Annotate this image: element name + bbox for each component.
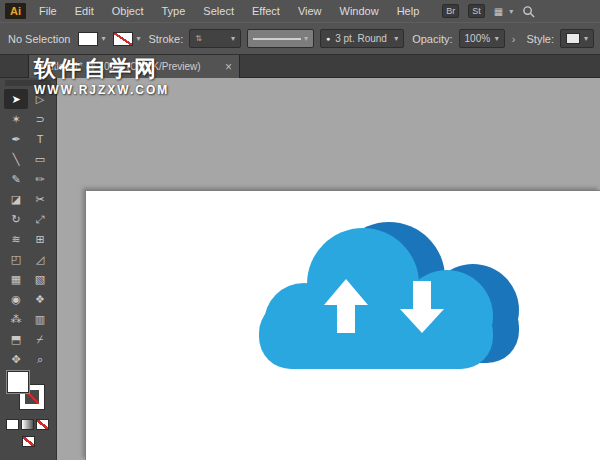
opacity-more-button[interactable]: › [509, 33, 519, 45]
menu-item-file[interactable]: File [30, 2, 66, 20]
color-button[interactable] [6, 419, 19, 430]
cloud-front-shape [259, 228, 493, 369]
menu-item-help[interactable]: Help [388, 2, 429, 20]
menu-item-type[interactable]: Type [153, 2, 195, 20]
chevron-down-icon: ▾ [394, 34, 398, 43]
chevron-down-icon: ▾ [136, 34, 140, 43]
magic-wand-tool[interactable]: ✶ [4, 109, 28, 129]
line-segment-tool[interactable]: ╲ [4, 149, 28, 169]
brush-definition-dropdown[interactable]: ● 3 pt. Round ▾ [320, 29, 404, 48]
gradient-button[interactable] [21, 419, 34, 430]
rectangle-tool[interactable]: ▭ [28, 149, 52, 169]
fill-color-control[interactable]: ▾ [78, 32, 105, 46]
control-bar: No Selection ▾ ▾ Stroke: ⇅ ▾ ▾ ● 3 pt. R… [0, 22, 600, 55]
opacity-dropdown[interactable]: 100% ▾ [459, 29, 505, 48]
stock-button[interactable]: St [468, 4, 485, 18]
width-tool[interactable]: ≋ [4, 229, 28, 249]
slice-tool[interactable]: ⌿ [28, 329, 52, 349]
brush-definition-value: 3 pt. Round [335, 33, 387, 44]
stroke-none-swatch[interactable] [113, 32, 133, 46]
eyedropper-tool[interactable]: ◉ [4, 289, 28, 309]
menu-item-object[interactable]: Object [103, 2, 153, 20]
stepper-arrows-icon[interactable]: ⇅ [195, 34, 202, 43]
artboard[interactable] [85, 190, 600, 460]
brush-preview-icon: ● [326, 35, 330, 42]
chevron-down-icon: ▾ [231, 34, 235, 43]
stroke-weight-field[interactable]: ⇅ ▾ [189, 29, 241, 48]
workspace-switcher[interactable]: ▦ ▾ [494, 6, 513, 17]
stroke-label: Stroke: [148, 33, 183, 45]
menu-item-view[interactable]: View [289, 2, 331, 20]
scissors-tool[interactable]: ✂ [28, 189, 52, 209]
rotate-tool[interactable]: ↻ [4, 209, 28, 229]
tool-grid: ➤▷✶⊃✒T╲▭✎✏◪✂↻⤢≋⊞◰◿▦▧◉❖⁂▥⬒⌿✥⌕ [0, 86, 56, 369]
document-tab-strip: Untitled-1* @ 100% (CMYK/Preview) × [0, 55, 600, 78]
fill-color-swatch[interactable] [6, 370, 30, 394]
style-label: Style: [526, 33, 554, 45]
chevron-down-icon: ▾ [584, 34, 588, 43]
none-button[interactable] [36, 419, 49, 430]
paintbrush-tool[interactable]: ✎ [4, 169, 28, 189]
menu-item-effect[interactable]: Effect [243, 2, 289, 20]
direct-selection-tool[interactable]: ▷ [28, 89, 52, 109]
document-tab[interactable]: Untitled-1* @ 100% (CMYK/Preview) × [28, 55, 240, 78]
menu-bar: Ai FileEditObjectTypeSelectEffectViewWin… [0, 0, 600, 22]
pen-tool[interactable]: ✒ [4, 129, 28, 149]
eraser-tool[interactable]: ◪ [4, 189, 28, 209]
fill-swatch[interactable] [78, 32, 98, 46]
opacity-label: Opacity: [412, 33, 452, 45]
scale-tool[interactable]: ⤢ [28, 209, 52, 229]
bridge-button[interactable]: Br [442, 4, 459, 18]
selection-tool[interactable]: ➤ [4, 89, 28, 109]
style-dropdown[interactable]: ▾ [560, 29, 594, 48]
pencil-tool[interactable]: ✏ [28, 169, 52, 189]
symbol-sprayer-tool[interactable]: ⁂ [4, 309, 28, 329]
graph-tool[interactable]: ▥ [28, 309, 52, 329]
style-control: Style: ▾ [518, 29, 594, 48]
cloud-artwork[interactable] [86, 191, 600, 460]
tools-panel: ➤▷✶⊃✒T╲▭✎✏◪✂↻⤢≋⊞◰◿▦▧◉❖⁂▥⬒⌿✥⌕ [0, 78, 57, 460]
tab-close-button[interactable]: × [225, 61, 232, 73]
gradient-tool[interactable]: ▧ [28, 269, 52, 289]
opacity-value: 100% [465, 33, 491, 44]
hand-tool[interactable]: ✥ [4, 349, 28, 369]
uniform-profile-icon [253, 38, 301, 40]
free-transform-tool[interactable]: ⊞ [28, 229, 52, 249]
chevron-down-icon: ▾ [495, 34, 499, 43]
type-tool[interactable]: T [28, 129, 52, 149]
mesh-tool[interactable]: ▦ [4, 269, 28, 289]
stroke-none-indicator [22, 436, 35, 447]
selection-status-label: No Selection [8, 33, 70, 45]
artboard-tool[interactable]: ⬒ [4, 329, 28, 349]
zoom-tool[interactable]: ⌕ [28, 349, 52, 369]
style-swatch [566, 33, 580, 44]
menu-right-controls: Br St ▦ ▾ [442, 4, 535, 18]
search-icon[interactable] [522, 5, 535, 18]
color-mode-buttons [6, 419, 49, 430]
blend-tool[interactable]: ❖ [28, 289, 52, 309]
menu-items: FileEditObjectTypeSelectEffectViewWindow… [30, 2, 428, 20]
menu-item-edit[interactable]: Edit [66, 2, 103, 20]
chevron-down-icon: ▾ [101, 34, 105, 43]
document-tab-title: Untitled-1* @ 100% (CMYK/Preview) [36, 61, 219, 72]
width-profile-dropdown[interactable]: ▾ [247, 29, 314, 48]
perspective-grid-tool[interactable]: ◿ [28, 249, 52, 269]
app-logo: Ai [5, 3, 26, 19]
chevron-down-icon: ▾ [304, 34, 308, 43]
menu-item-window[interactable]: Window [331, 2, 388, 20]
stroke-color-control[interactable]: ▾ [113, 32, 140, 46]
canvas-pasteboard[interactable] [57, 78, 600, 460]
workspace-grid-icon: ▦ [494, 6, 503, 17]
chevron-down-icon: ▾ [509, 7, 513, 16]
shape-builder-tool[interactable]: ◰ [4, 249, 28, 269]
lasso-tool[interactable]: ⊃ [28, 109, 52, 129]
menu-item-select[interactable]: Select [194, 2, 243, 20]
